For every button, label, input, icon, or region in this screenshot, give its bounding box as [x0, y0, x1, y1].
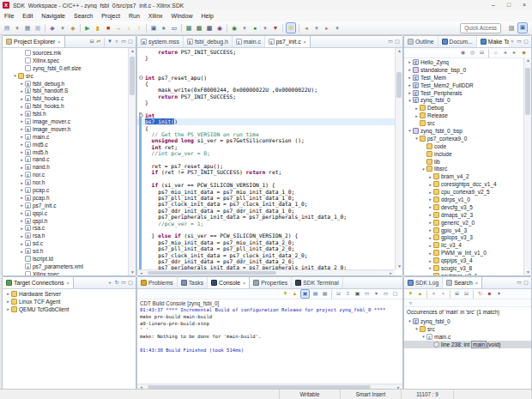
tree-item[interactable]: ▸cfsbl_hooks.c [3, 94, 128, 102]
prev-console-icon[interactable]: ▲ [291, 290, 299, 298]
tab-target-connections[interactable]: Target Connections× [3, 277, 74, 288]
tab-sdk-log[interactable]: SDK Log [404, 277, 443, 288]
tree-item[interactable]: ▸ddrps_v1_0 [404, 196, 523, 203]
maximize-icon[interactable]: ▢ [523, 279, 529, 287]
terminate-icon[interactable]: ■ [104, 23, 112, 33]
collapsed-arrow-icon[interactable]: ▸ [19, 180, 25, 185]
tree-item[interactable]: ▸standalone_bsp_0 [404, 66, 523, 74]
close-window-button[interactable]: × [517, 0, 532, 10]
collapsed-arrow-icon[interactable]: ▸ [414, 113, 420, 118]
minimize-icon[interactable]: ▭ [387, 38, 394, 45]
collapsed-arrow-icon[interactable]: ▸ [19, 203, 25, 208]
collapsed-arrow-icon[interactable]: ▸ [19, 165, 25, 170]
collapsed-arrow-icon[interactable]: ▸ [19, 112, 25, 117]
new-c-project-icon[interactable]: ▩ [184, 23, 193, 33]
tree-item[interactable]: ▸hnor.h [3, 178, 128, 186]
tab-ps7-init-c[interactable]: cps7_init.c× [265, 36, 311, 47]
expand-all-icon[interactable]: ⊞ [453, 290, 461, 298]
build-all-icon[interactable]: ◆ [48, 23, 57, 33]
expanded-arrow-icon[interactable]: ▾ [407, 98, 413, 103]
tree-item[interactable]: ▸hfsbl.h [3, 110, 128, 118]
tree-item[interactable]: ▸hmd5.h [3, 148, 128, 156]
maximize-icon[interactable]: ▢ [127, 38, 134, 45]
view-menu-icon[interactable]: ▿ [509, 38, 516, 45]
tree-item[interactable]: ▾Czynq_fsbl_0 [404, 96, 523, 104]
scroll-left-icon[interactable]: ◂ [137, 270, 145, 276]
tab-system-mss[interactable]: msystem.mss [137, 36, 184, 47]
minimize-icon[interactable]: ▭ [120, 279, 127, 287]
tree-item[interactable]: ▸cnor.c [3, 171, 128, 178]
collapsed-arrow-icon[interactable]: ▸ [19, 81, 25, 86]
tree-item[interactable]: ▸hqspi.h [3, 217, 128, 225]
collapsed-arrow-icon[interactable]: ▸ [414, 106, 420, 111]
collapsed-arrow-icon[interactable]: ▸ [19, 249, 25, 254]
expanded-arrow-icon[interactable]: ▾ [407, 318, 413, 323]
collapsed-arrow-icon[interactable]: ▸ [427, 265, 433, 270]
tree-item[interactable]: ▸crsa.c [3, 224, 128, 232]
minimize-icon[interactable]: ▭ [516, 279, 523, 287]
tab-outline[interactable]: Outline [404, 36, 438, 47]
menu-file[interactable]: File [0, 10, 18, 21]
next-match-icon[interactable]: ▼ [407, 290, 414, 298]
tree-item[interactable]: ▸cmd5.c [3, 141, 128, 148]
open-log-icon[interactable]: ▤ [311, 290, 319, 298]
mark-occurrences-icon[interactable]: ◎ [286, 22, 296, 33]
make-target-scrollbar[interactable]: ▲ ▼ [523, 57, 531, 275]
collapsed-arrow-icon[interactable]: ▸ [19, 104, 25, 109]
back-menu-icon[interactable]: ▾ [312, 23, 321, 33]
tree-item[interactable]: ▸cpu_cortexa9_v2_5 [404, 188, 523, 196]
maximize-window-button[interactable]: □ [501, 0, 517, 10]
collapsed-arrow-icon[interactable]: ▸ [19, 241, 25, 246]
tree-item[interactable]: ▾libsrc [404, 165, 523, 172]
hide-inactive-icon[interactable]: ◉ [459, 49, 467, 57]
collapsed-arrow-icon[interactable]: ▸ [427, 227, 433, 233]
remove-match-icon[interactable]: × [430, 290, 438, 298]
home-icon[interactable]: ⌂ [492, 49, 499, 57]
tree-item[interactable]: ▸CTest_Mem2_FullDDR [404, 82, 523, 89]
scroll-up-icon[interactable]: ▲ [524, 57, 532, 63]
tree-item[interactable]: ▸hfsbl_debug.h [3, 80, 128, 88]
save-icon[interactable]: ▦ [23, 23, 32, 33]
tab-main-c[interactable]: cmain.c [233, 36, 265, 47]
expanded-arrow-icon[interactable]: ▾ [407, 128, 413, 133]
tab-tasks[interactable]: Tasks [178, 277, 208, 288]
search-view-menu-icon[interactable]: ▾ [495, 290, 503, 298]
tab-fsbl-debug-h[interactable]: hfsbl_debug.h [184, 36, 233, 47]
tree-item[interactable]: ▸hsd.h [3, 247, 128, 255]
new-launch-icon[interactable]: ◈ [69, 23, 77, 33]
collapsed-arrow-icon[interactable]: ▸ [19, 218, 25, 223]
clear-console-icon[interactable]: ▦ [321, 290, 329, 298]
menu-xilinx[interactable]: Xilinx [144, 10, 167, 21]
tree-item[interactable]: ▸Linux TCF Agent [3, 298, 136, 305]
tab-sdk-terminal[interactable]: SDK Terminal [292, 277, 342, 288]
minimize-icon[interactable]: ▭ [516, 38, 523, 45]
scroll-lock-icon[interactable]: ⊟ [335, 290, 342, 298]
console-output[interactable]: 01:43:37 **** Incremental Build of confi… [137, 307, 402, 354]
sdk-terminal-icon[interactable]: ▩ [205, 23, 214, 33]
tree-item[interactable]: ▸scugic_v3_8 [404, 264, 523, 272]
tab-make-ta[interactable]: Make Ta...× [477, 36, 509, 47]
tab-console[interactable]: Console× [208, 277, 250, 288]
collapse-all-icon[interactable]: ⊟ [462, 290, 470, 298]
tree-item[interactable]: ▸coresightps_dcc_v1_4 [404, 180, 523, 188]
minimize-window-button[interactable]: – [486, 0, 501, 10]
menu-window[interactable]: Window [167, 10, 197, 21]
new-target-icon[interactable]: + [106, 279, 113, 287]
debug-menu-icon[interactable]: ▾ [240, 23, 249, 33]
collapsed-arrow-icon[interactable]: ▸ [427, 258, 433, 263]
tree-item[interactable]: ▸cimage_mover.c [3, 118, 128, 125]
tree-item[interactable]: ▸gpio_v4_3 [404, 227, 523, 234]
tree-item[interactable]: ▸bram_v4_2 [404, 172, 523, 180]
menu-project[interactable]: Project [97, 10, 124, 21]
minimize-icon[interactable]: ▭ [382, 290, 390, 298]
collapsed-arrow-icon[interactable]: ▸ [407, 90, 413, 95]
close-icon[interactable]: × [57, 39, 60, 45]
tree-item[interactable]: ▸himage_mover.h [3, 125, 128, 133]
tree-item[interactable]: ▾src [404, 325, 531, 333]
resume-icon[interactable]: ▶ [83, 23, 92, 33]
display-selected-icon[interactable]: ▭ [363, 290, 371, 298]
forward-icon[interactable]: ▸ [511, 49, 518, 57]
run-search-again-icon[interactable]: ↻ [476, 290, 484, 298]
tree-item[interactable]: ▸Debug [404, 104, 523, 112]
refresh-icon[interactable]: ↻ [113, 279, 120, 287]
